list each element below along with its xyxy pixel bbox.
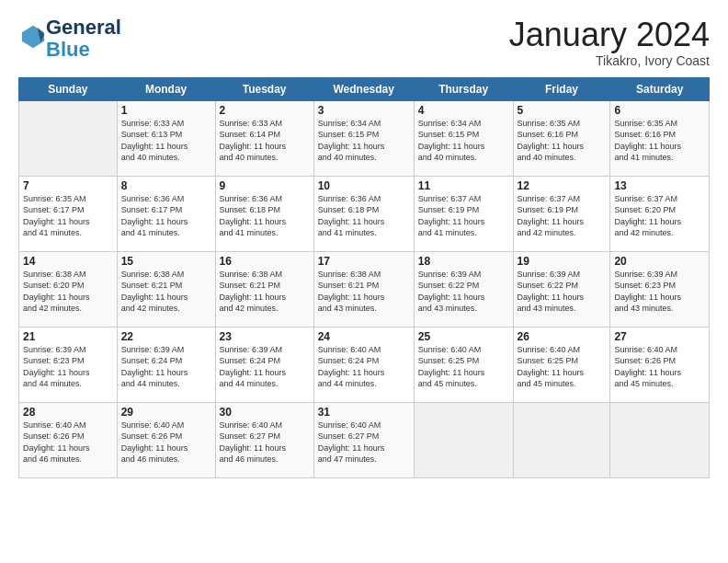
calendar-cell: 31Sunrise: 6:40 AM Sunset: 6:27 PM Dayli… bbox=[313, 402, 414, 477]
day-number: 29 bbox=[121, 406, 211, 419]
day-info: Sunrise: 6:36 AM Sunset: 6:18 PM Dayligh… bbox=[220, 193, 310, 239]
day-info: Sunrise: 6:40 AM Sunset: 6:25 PM Dayligh… bbox=[418, 344, 509, 390]
day-number: 1 bbox=[121, 104, 211, 117]
day-number: 3 bbox=[318, 104, 410, 117]
day-number: 21 bbox=[23, 330, 113, 343]
day-info: Sunrise: 6:38 AM Sunset: 6:20 PM Dayligh… bbox=[23, 269, 113, 315]
logo-icon bbox=[20, 24, 46, 50]
day-info: Sunrise: 6:40 AM Sunset: 6:26 PM Dayligh… bbox=[23, 419, 113, 465]
day-number: 19 bbox=[518, 255, 607, 268]
day-header: Friday bbox=[513, 77, 610, 100]
calendar-cell bbox=[610, 402, 710, 477]
day-number: 2 bbox=[220, 104, 310, 117]
calendar-week-row: 7Sunrise: 6:35 AM Sunset: 6:17 PM Daylig… bbox=[19, 176, 710, 251]
day-info: Sunrise: 6:39 AM Sunset: 6:23 PM Dayligh… bbox=[23, 344, 113, 390]
calendar-cell: 3Sunrise: 6:34 AM Sunset: 6:15 PM Daylig… bbox=[313, 100, 414, 176]
calendar-cell: 19Sunrise: 6:39 AM Sunset: 6:22 PM Dayli… bbox=[513, 251, 610, 327]
day-info: Sunrise: 6:34 AM Sunset: 6:15 PM Dayligh… bbox=[418, 118, 509, 164]
calendar-cell: 21Sunrise: 6:39 AM Sunset: 6:23 PM Dayli… bbox=[19, 327, 118, 402]
day-info: Sunrise: 6:40 AM Sunset: 6:27 PM Dayligh… bbox=[220, 419, 310, 465]
day-header: Monday bbox=[117, 77, 215, 100]
day-number: 11 bbox=[418, 179, 509, 192]
day-info: Sunrise: 6:35 AM Sunset: 6:16 PM Dayligh… bbox=[518, 118, 607, 164]
day-info: Sunrise: 6:39 AM Sunset: 6:22 PM Dayligh… bbox=[518, 269, 607, 315]
day-info: Sunrise: 6:40 AM Sunset: 6:25 PM Dayligh… bbox=[518, 344, 607, 390]
calendar-week-row: 28Sunrise: 6:40 AM Sunset: 6:26 PM Dayli… bbox=[19, 402, 710, 477]
calendar-header-row: SundayMondayTuesdayWednesdayThursdayFrid… bbox=[19, 77, 710, 100]
calendar-cell bbox=[513, 402, 610, 477]
calendar-cell: 5Sunrise: 6:35 AM Sunset: 6:16 PM Daylig… bbox=[513, 100, 610, 176]
day-number: 24 bbox=[318, 330, 410, 343]
calendar-cell: 17Sunrise: 6:38 AM Sunset: 6:21 PM Dayli… bbox=[313, 251, 414, 327]
calendar-cell: 14Sunrise: 6:38 AM Sunset: 6:20 PM Dayli… bbox=[19, 251, 118, 327]
calendar-body: 1Sunrise: 6:33 AM Sunset: 6:13 PM Daylig… bbox=[19, 100, 710, 477]
calendar-cell: 20Sunrise: 6:39 AM Sunset: 6:23 PM Dayli… bbox=[610, 251, 710, 327]
day-info: Sunrise: 6:38 AM Sunset: 6:21 PM Dayligh… bbox=[121, 269, 211, 315]
calendar-cell: 12Sunrise: 6:37 AM Sunset: 6:19 PM Dayli… bbox=[513, 176, 610, 251]
calendar-cell: 24Sunrise: 6:40 AM Sunset: 6:24 PM Dayli… bbox=[313, 327, 414, 402]
day-header: Wednesday bbox=[313, 77, 414, 100]
calendar-cell: 25Sunrise: 6:40 AM Sunset: 6:25 PM Dayli… bbox=[414, 327, 513, 402]
calendar-cell: 9Sunrise: 6:36 AM Sunset: 6:18 PM Daylig… bbox=[215, 176, 313, 251]
day-info: Sunrise: 6:35 AM Sunset: 6:17 PM Dayligh… bbox=[23, 193, 113, 239]
day-number: 9 bbox=[220, 179, 310, 192]
calendar-cell: 22Sunrise: 6:39 AM Sunset: 6:24 PM Dayli… bbox=[117, 327, 215, 402]
page-container: General Blue January 2024 Tikakro, Ivory… bbox=[0, 0, 728, 488]
day-info: Sunrise: 6:35 AM Sunset: 6:16 PM Dayligh… bbox=[614, 118, 705, 164]
day-number: 5 bbox=[518, 104, 607, 117]
day-number: 7 bbox=[23, 179, 113, 192]
month-title: January 2024 bbox=[509, 17, 710, 53]
day-header: Tuesday bbox=[215, 77, 313, 100]
day-info: Sunrise: 6:39 AM Sunset: 6:24 PM Dayligh… bbox=[220, 344, 310, 390]
day-number: 18 bbox=[418, 255, 509, 268]
calendar-cell: 18Sunrise: 6:39 AM Sunset: 6:22 PM Dayli… bbox=[414, 251, 513, 327]
day-number: 27 bbox=[614, 330, 705, 343]
calendar-cell: 4Sunrise: 6:34 AM Sunset: 6:15 PM Daylig… bbox=[414, 100, 513, 176]
calendar-cell: 8Sunrise: 6:36 AM Sunset: 6:17 PM Daylig… bbox=[117, 176, 215, 251]
calendar-cell: 16Sunrise: 6:38 AM Sunset: 6:21 PM Dayli… bbox=[215, 251, 313, 327]
day-info: Sunrise: 6:39 AM Sunset: 6:22 PM Dayligh… bbox=[418, 269, 509, 315]
day-header: Sunday bbox=[19, 77, 118, 100]
calendar-cell: 2Sunrise: 6:33 AM Sunset: 6:14 PM Daylig… bbox=[215, 100, 313, 176]
day-number: 25 bbox=[418, 330, 509, 343]
day-info: Sunrise: 6:40 AM Sunset: 6:24 PM Dayligh… bbox=[318, 344, 410, 390]
day-number: 23 bbox=[220, 330, 310, 343]
day-number: 16 bbox=[220, 255, 310, 268]
day-number: 8 bbox=[121, 179, 211, 192]
day-info: Sunrise: 6:39 AM Sunset: 6:24 PM Dayligh… bbox=[121, 344, 211, 390]
day-number: 20 bbox=[614, 255, 705, 268]
calendar-cell: 6Sunrise: 6:35 AM Sunset: 6:16 PM Daylig… bbox=[610, 100, 710, 176]
day-number: 26 bbox=[518, 330, 607, 343]
calendar-week-row: 1Sunrise: 6:33 AM Sunset: 6:13 PM Daylig… bbox=[19, 100, 710, 176]
day-info: Sunrise: 6:36 AM Sunset: 6:18 PM Dayligh… bbox=[318, 193, 410, 239]
calendar-cell: 15Sunrise: 6:38 AM Sunset: 6:21 PM Dayli… bbox=[117, 251, 215, 327]
calendar-cell bbox=[19, 100, 118, 176]
logo: General Blue bbox=[18, 17, 121, 61]
day-info: Sunrise: 6:33 AM Sunset: 6:13 PM Dayligh… bbox=[121, 118, 211, 164]
calendar-cell bbox=[414, 402, 513, 477]
calendar-cell: 29Sunrise: 6:40 AM Sunset: 6:26 PM Dayli… bbox=[117, 402, 215, 477]
day-info: Sunrise: 6:34 AM Sunset: 6:15 PM Dayligh… bbox=[318, 118, 410, 164]
calendar-cell: 30Sunrise: 6:40 AM Sunset: 6:27 PM Dayli… bbox=[215, 402, 313, 477]
day-number: 6 bbox=[614, 104, 705, 117]
day-number: 28 bbox=[23, 406, 113, 419]
day-number: 30 bbox=[220, 406, 310, 419]
logo-text: General Blue bbox=[46, 17, 121, 61]
day-info: Sunrise: 6:38 AM Sunset: 6:21 PM Dayligh… bbox=[318, 269, 410, 315]
calendar-cell: 10Sunrise: 6:36 AM Sunset: 6:18 PM Dayli… bbox=[313, 176, 414, 251]
day-number: 14 bbox=[23, 255, 113, 268]
day-info: Sunrise: 6:38 AM Sunset: 6:21 PM Dayligh… bbox=[220, 269, 310, 315]
calendar-cell: 11Sunrise: 6:37 AM Sunset: 6:19 PM Dayli… bbox=[414, 176, 513, 251]
calendar-cell: 13Sunrise: 6:37 AM Sunset: 6:20 PM Dayli… bbox=[610, 176, 710, 251]
day-number: 10 bbox=[318, 179, 410, 192]
day-info: Sunrise: 6:37 AM Sunset: 6:19 PM Dayligh… bbox=[418, 193, 509, 239]
day-info: Sunrise: 6:36 AM Sunset: 6:17 PM Dayligh… bbox=[121, 193, 211, 239]
calendar-cell: 28Sunrise: 6:40 AM Sunset: 6:26 PM Dayli… bbox=[19, 402, 118, 477]
day-info: Sunrise: 6:37 AM Sunset: 6:19 PM Dayligh… bbox=[518, 193, 607, 239]
day-info: Sunrise: 6:39 AM Sunset: 6:23 PM Dayligh… bbox=[614, 269, 705, 315]
day-header: Saturday bbox=[610, 77, 710, 100]
day-info: Sunrise: 6:40 AM Sunset: 6:27 PM Dayligh… bbox=[318, 419, 410, 465]
day-header: Thursday bbox=[414, 77, 513, 100]
day-number: 4 bbox=[418, 104, 509, 117]
calendar-table: SundayMondayTuesdayWednesdayThursdayFrid… bbox=[18, 77, 710, 478]
